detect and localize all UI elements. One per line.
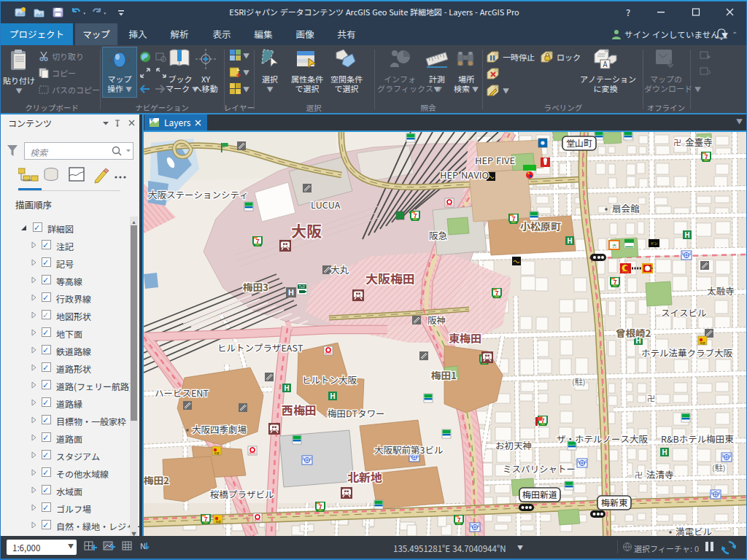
svg-text:扇会館: 扇会館	[612, 201, 640, 215]
svg-text:吉: 吉	[612, 242, 617, 249]
svg-text:梅新東: 梅新東	[601, 496, 627, 508]
svg-text:東梅田: 東梅田	[449, 330, 481, 346]
svg-text:堂山町: 堂山町	[566, 136, 592, 149]
svg-text:金臺寺: 金臺寺	[685, 135, 713, 149]
svg-text:D&V: D&V	[457, 521, 462, 525]
svg-text:松屋: 松屋	[214, 451, 220, 455]
svg-text:ヒルトン大阪: ヒルトン大阪	[302, 373, 357, 386]
svg-text:D&V: D&V	[413, 217, 418, 221]
svg-text:TLOʼ: TLOʼ	[298, 284, 305, 289]
svg-text:ザ・ホテルノース大阪: ザ・ホテルノース大阪	[557, 432, 649, 446]
svg-text:MUFG: MUFG	[249, 451, 256, 455]
svg-text:H: H	[662, 446, 667, 457]
svg-text:D&V: D&V	[511, 220, 516, 224]
svg-text:卍: 卍	[673, 136, 681, 148]
svg-text:H: H	[288, 286, 294, 298]
svg-text:A: A	[603, 58, 608, 69]
svg-text:(駐): (駐)	[572, 376, 585, 387]
svg-text:大阪ステーションシティ: 大阪ステーションシティ	[148, 187, 249, 201]
svg-text:HEP FIVE: HEP FIVE	[475, 153, 515, 167]
svg-text:N: N	[140, 540, 146, 551]
svg-text:卍: 卍	[647, 392, 655, 404]
svg-text:H: H	[284, 382, 290, 393]
svg-text:ヒルトンプラザEAST: ヒルトンプラザEAST	[217, 341, 303, 354]
svg-text:北新地: 北新地	[347, 468, 382, 486]
svg-text:LUCUA: LUCUA	[311, 198, 341, 211]
svg-text:卍: 卍	[635, 469, 643, 481]
svg-text:大阪四季劇場: 大阪四季劇場	[192, 422, 247, 436]
svg-text:MUFG: MUFG	[325, 351, 332, 355]
svg-text:D&V: D&V	[255, 243, 260, 246]
svg-text:梅田2: 梅田2	[144, 472, 169, 487]
svg-text:H: H	[330, 390, 336, 401]
svg-text:西梅田: 西梅田	[282, 401, 317, 419]
svg-text:D&V: D&V	[318, 508, 323, 512]
svg-text:太融寺: 太融寺	[707, 284, 735, 298]
svg-text:D&V: D&V	[704, 158, 709, 162]
svg-text:大丸: 大丸	[330, 262, 349, 276]
svg-text:お初天神: お初天神	[495, 438, 532, 452]
svg-text:大阪: 大阪	[291, 219, 322, 241]
svg-text:ミスパリシャトー: ミスパリシャトー	[503, 462, 576, 475]
svg-text:R&Bホテル梅田東: R&Bホテル梅田東	[661, 432, 734, 446]
svg-text:松屋: 松屋	[700, 341, 706, 345]
svg-text:曾根崎2: 曾根崎2	[616, 325, 651, 340]
svg-text:HEP NAVIO: HEP NAVIO	[440, 168, 489, 182]
svg-text:MUFG: MUFG	[255, 518, 261, 522]
svg-text:満電ビル: 満電ビル	[676, 524, 713, 536]
svg-text:H: H	[684, 229, 690, 240]
svg-text:松屋: 松屋	[216, 520, 222, 524]
svg-text:H: H	[567, 235, 573, 246]
svg-text:阪神: 阪神	[427, 313, 446, 327]
svg-text:D&V: D&V	[204, 521, 209, 524]
svg-text:梅田DTタワー: 梅田DTタワー	[328, 406, 385, 420]
svg-text:梅田1: 梅田1	[431, 368, 457, 382]
svg-text:ホテル法華クラブ大阪: ホテル法華クラブ大阪	[641, 346, 733, 359]
svg-text:大阪梅田: 大阪梅田	[365, 269, 415, 287]
svg-text:ドン: ドン	[650, 241, 657, 246]
svg-text:D&V: D&V	[613, 284, 618, 287]
svg-text:スイスビル: スイスビル	[661, 306, 707, 319]
svg-text:桜橋プラザビル: 桜橋プラザビル	[210, 487, 274, 501]
svg-text:D&V: D&V	[541, 422, 546, 426]
svg-text:MUFG: MUFG	[446, 203, 453, 207]
svg-text:阪急: 阪急	[429, 228, 448, 242]
svg-text:(駐): (駐)	[712, 462, 725, 473]
svg-text:梅田3: 梅田3	[243, 279, 268, 294]
svg-text:梅田新道: 梅田新道	[522, 488, 557, 500]
svg-text:D&V: D&V	[495, 295, 500, 298]
svg-text:小松原町: 小松原町	[520, 219, 561, 233]
svg-text:ドンキ: ドンキ	[622, 270, 630, 273]
svg-text:法清寺: 法清寺	[646, 467, 674, 481]
svg-text:ハービスENT: ハービスENT	[155, 386, 209, 400]
svg-text:大阪駅前第3ビル: 大阪駅前第3ビル	[374, 443, 444, 456]
